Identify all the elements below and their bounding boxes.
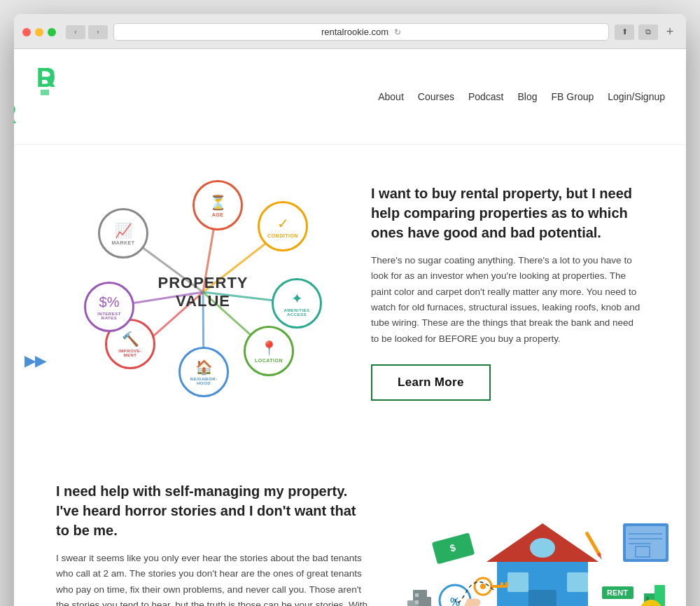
svg-rect-45: [646, 597, 649, 600]
section-self-managing: I need help with self-managing my proper…: [56, 467, 644, 606]
circle-market: 📈 MARKET: [98, 208, 148, 259]
rental-svg: RENT $ %: [392, 481, 686, 606]
browser-chrome: ‹ › rentalrookie.com ↻ ⬆ ⧉ +: [14, 14, 686, 49]
section2-text: I need help with self-managing my proper…: [56, 481, 371, 606]
svg-point-20: [530, 538, 555, 558]
circle-condition: ✓ CONDITION: [258, 201, 308, 252]
svg-rect-16: [528, 590, 556, 606]
browser-actions: ⬆ ⧉ +: [615, 25, 678, 40]
new-tab-button[interactable]: +: [662, 25, 678, 40]
website-content: R D R About Courses Podcast Blog FB Grou…: [14, 49, 686, 606]
circle-amenities: ✦ AMENITIESACCESS: [272, 278, 322, 329]
svg-point-24: [480, 584, 486, 589]
svg-rect-27: [505, 582, 508, 586]
center-label: PROPERTYVALUE: [158, 274, 248, 311]
svg-rect-41: [415, 593, 419, 597]
svg-rect-19: [567, 572, 588, 592]
svg-rect-42: [415, 600, 419, 604]
section-property-value: PROPERTYVALUE ⏳ AGE ✓ CONDITION: [56, 159, 644, 425]
svg-text:R: R: [14, 98, 17, 129]
traffic-light-red[interactable]: [22, 28, 31, 36]
nav-buttons: ‹ ›: [66, 25, 108, 39]
circle-interest-rates: $% INTERESTRATES: [84, 282, 134, 332]
nav-courses[interactable]: Courses: [418, 91, 454, 102]
tabs-button[interactable]: ⧉: [638, 25, 658, 40]
navigation: R D R About Courses Podcast Blog FB Grou…: [14, 49, 686, 145]
section1-body: There's no sugar coating anything. There…: [371, 253, 644, 347]
url-text: rentalrookie.com: [321, 27, 388, 37]
svg-rect-25: [490, 585, 507, 588]
nav-links: About Courses Podcast Blog FB Group Logi…: [378, 91, 665, 102]
section1-text: I want to buy rental property, but I nee…: [371, 184, 644, 401]
traffic-light-green[interactable]: [48, 28, 56, 36]
svg-marker-2: [41, 90, 49, 95]
traffic-lights: [22, 28, 56, 36]
nav-login[interactable]: Login/Signup: [608, 91, 665, 102]
svg-rect-26: [500, 582, 503, 588]
circle-age: ⏳ AGE: [192, 180, 243, 230]
share-button[interactable]: ⬆: [615, 25, 634, 40]
nav-about[interactable]: About: [378, 91, 404, 102]
refresh-icon[interactable]: ↻: [394, 27, 401, 37]
svg-rect-40: [421, 597, 431, 606]
svg-rect-33: [626, 526, 666, 559]
forward-button[interactable]: ›: [88, 25, 108, 39]
rental-illustration: RENT $ %: [392, 481, 686, 606]
back-button[interactable]: ‹: [66, 25, 85, 39]
scroll-indicator[interactable]: ▶▶: [24, 352, 46, 369]
svg-rect-18: [507, 572, 528, 592]
nav-podcast[interactable]: Podcast: [468, 91, 504, 102]
section2-body: I swear it seems like you only ever hear…: [56, 551, 371, 606]
learn-more-button[interactable]: Learn More: [371, 364, 491, 401]
svg-text:RENT: RENT: [607, 588, 628, 597]
nav-fbgroup[interactable]: FB Group: [552, 91, 594, 102]
browser-window: ‹ › rentalrookie.com ↻ ⬆ ⧉ + R D: [14, 14, 686, 606]
address-bar[interactable]: rentalrookie.com ↻: [113, 23, 609, 41]
section-divider: [56, 425, 644, 467]
traffic-light-yellow[interactable]: [35, 28, 43, 36]
main-content: PROPERTYVALUE ⏳ AGE ✓ CONDITION: [14, 145, 686, 606]
circle-location: 📍 LOCATION: [244, 326, 294, 376]
nav-blog[interactable]: Blog: [518, 91, 538, 102]
section1-heading: I want to buy rental property, but I nee…: [371, 184, 644, 242]
diagram: PROPERTYVALUE ⏳ AGE ✓ CONDITION: [70, 173, 336, 411]
svg-text:D: D: [36, 63, 55, 92]
circle-neighborhood: 🏠 NEIGHBOR-HOOD: [178, 347, 229, 397]
property-value-diagram: PROPERTYVALUE ⏳ AGE ✓ CONDITION: [56, 173, 350, 411]
section2-heading: I need help with self-managing my proper…: [56, 481, 371, 540]
logo[interactable]: R D R: [35, 60, 70, 133]
